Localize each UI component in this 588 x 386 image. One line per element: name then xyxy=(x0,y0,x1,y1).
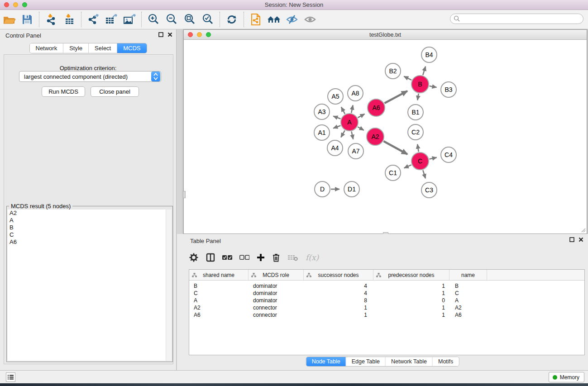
add-column-button[interactable] xyxy=(257,253,265,262)
edge-C-C3[interactable] xyxy=(423,170,425,178)
graph-node-C1[interactable]: C1 xyxy=(385,165,401,181)
edge-A-A8[interactable] xyxy=(351,105,353,113)
tab-style[interactable]: Style xyxy=(63,43,89,53)
edge-A-A6[interactable] xyxy=(358,114,364,118)
tab-edge-table[interactable]: Edge Table xyxy=(346,357,386,366)
table-row[interactable]: Adominator80A xyxy=(189,297,584,304)
graph-node-A[interactable]: A xyxy=(340,113,359,131)
edge-C-C4[interactable] xyxy=(429,157,436,159)
table-cell[interactable]: 1 xyxy=(373,283,449,289)
graph-node-C2[interactable]: C2 xyxy=(407,124,424,140)
graph-node-C[interactable]: C xyxy=(411,152,429,170)
edge-A-A1[interactable] xyxy=(333,125,340,128)
table-cell[interactable]: dominator xyxy=(249,297,304,304)
criterion-dropdown[interactable]: largest connected component (directed) xyxy=(19,71,161,82)
graph-node-D1[interactable]: D1 xyxy=(344,181,360,197)
table-cell[interactable]: connector xyxy=(249,312,304,318)
network-window-titlebar[interactable]: testGlobe.txt xyxy=(184,30,587,40)
graph-node-A7[interactable]: A7 xyxy=(348,143,364,159)
tab-mcds[interactable]: MCDS xyxy=(117,43,146,53)
table-cell[interactable]: A6 xyxy=(189,312,249,318)
table-cell[interactable]: dominator xyxy=(249,290,304,296)
graph-node-A2[interactable]: A2 xyxy=(366,128,384,146)
window-left-handle[interactable] xyxy=(183,191,186,198)
save-session-button[interactable] xyxy=(18,11,36,28)
table-cell[interactable]: 1 xyxy=(373,290,449,296)
column-header-name[interactable]: name xyxy=(449,270,487,280)
table-cell[interactable]: 4 xyxy=(304,290,373,296)
edge-A-A5[interactable] xyxy=(341,107,345,114)
zoom-selected-button[interactable] xyxy=(199,11,217,28)
table-settings-button[interactable] xyxy=(189,253,199,262)
table-cell[interactable]: 8 xyxy=(304,297,373,304)
result-list-scrollbar[interactable] xyxy=(166,210,172,361)
table-cell[interactable]: B xyxy=(189,283,249,289)
table-cell[interactable]: 1 xyxy=(304,305,373,311)
column-header-MCDS-role[interactable]: MCDS role xyxy=(249,270,304,280)
edge-A2-C[interactable] xyxy=(383,141,407,154)
unselect-all-columns-button[interactable] xyxy=(239,255,249,260)
edge-A6-B[interactable] xyxy=(385,91,407,103)
result-item[interactable]: B xyxy=(8,224,172,231)
column-browser-button[interactable] xyxy=(206,253,215,262)
graph-node-A6[interactable]: A6 xyxy=(367,99,385,117)
close-panel-icon[interactable] xyxy=(167,32,172,37)
home-view-button[interactable] xyxy=(265,11,283,28)
table-cell[interactable]: 0 xyxy=(373,297,449,304)
table-row[interactable]: Bdominator41B xyxy=(189,282,584,290)
close-panel-button[interactable]: Close panel xyxy=(91,86,139,97)
show-all-button[interactable] xyxy=(301,11,319,28)
result-item[interactable]: C xyxy=(8,231,172,238)
tab-node-table[interactable]: Node Table xyxy=(306,357,346,366)
edge-B-B2[interactable] xyxy=(404,76,411,80)
graph-node-D[interactable]: D xyxy=(314,181,330,197)
table-cell[interactable]: A2 xyxy=(189,305,249,311)
column-header-predecessor-nodes[interactable]: predecessor nodes xyxy=(373,270,449,280)
search-input[interactable] xyxy=(450,14,583,24)
export-network-button[interactable] xyxy=(84,11,102,28)
delete-column-button[interactable] xyxy=(272,253,280,262)
graph-node-A8[interactable]: A8 xyxy=(347,85,363,101)
table-cell[interactable]: 4 xyxy=(304,283,373,289)
float-panel-icon[interactable] xyxy=(158,32,163,37)
edge-B-B1[interactable] xyxy=(417,94,418,100)
import-network-button[interactable] xyxy=(42,11,60,28)
memory-button[interactable]: Memory xyxy=(549,372,584,382)
table-cell[interactable]: connector xyxy=(249,305,304,311)
table-cell[interactable]: 1 xyxy=(304,312,373,318)
tab-select[interactable]: Select xyxy=(89,43,117,53)
table-cell[interactable]: A6 xyxy=(449,312,487,318)
refresh-button[interactable] xyxy=(223,11,241,28)
graph-node-B2[interactable]: B2 xyxy=(385,63,401,79)
zoom-out-button[interactable] xyxy=(163,11,181,28)
column-header-successor-nodes[interactable]: successor nodes xyxy=(304,270,373,280)
table-cell[interactable]: A2 xyxy=(449,305,487,311)
new-network-from-file-button[interactable] xyxy=(247,11,265,28)
graph-node-B1[interactable]: B1 xyxy=(407,104,424,120)
open-session-button[interactable] xyxy=(0,11,18,28)
float-table-panel-icon[interactable] xyxy=(569,237,574,242)
edge-B-B4[interactable] xyxy=(423,67,425,75)
export-image-button[interactable] xyxy=(120,11,139,28)
run-mcds-button[interactable]: Run MCDS xyxy=(42,86,85,97)
table-cell[interactable]: 1 xyxy=(373,312,449,318)
tab-network-table[interactable]: Network Table xyxy=(386,357,433,366)
table-cell[interactable]: C xyxy=(449,290,487,296)
graph-node-B[interactable]: B xyxy=(411,75,429,93)
hide-selected-button[interactable] xyxy=(283,11,301,28)
edge-C-C1[interactable] xyxy=(404,165,411,168)
graph-node-B4[interactable]: B4 xyxy=(421,47,437,63)
edge-A-A4[interactable] xyxy=(341,130,345,137)
edge-A-A7[interactable] xyxy=(351,132,353,139)
graph-node-C4[interactable]: C4 xyxy=(440,147,457,163)
table-cell[interactable]: C xyxy=(189,290,249,296)
edge-C-C2[interactable] xyxy=(417,144,419,152)
mcds-result-list[interactable]: A2ABCA6 xyxy=(8,210,172,361)
export-table-button[interactable] xyxy=(102,11,120,28)
network-canvas[interactable]: B4B2BB3A8A5A6A3B1AC2A1A2A4A7C4CC1C3DD1 xyxy=(184,40,587,234)
edge-A-A2[interactable] xyxy=(358,127,363,130)
table-row[interactable]: A2connector11A2 xyxy=(189,304,584,311)
result-item[interactable]: A2 xyxy=(8,210,172,217)
result-item[interactable]: A6 xyxy=(8,238,172,246)
select-all-columns-button[interactable] xyxy=(222,255,232,260)
